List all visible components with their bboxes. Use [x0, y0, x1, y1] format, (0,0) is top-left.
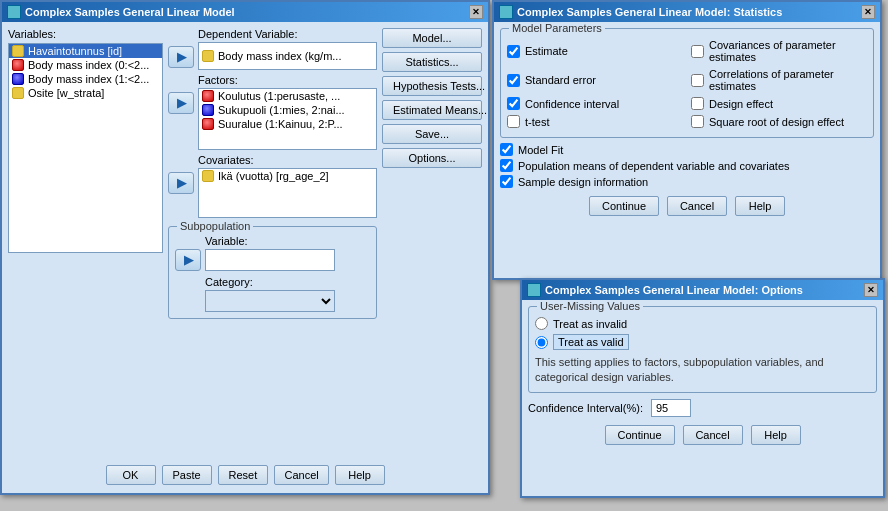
pencil-icon — [12, 45, 24, 57]
subpop-category-select[interactable] — [205, 290, 335, 312]
treat-invalid-label: Treat as invalid — [553, 318, 627, 330]
main-title-icon — [7, 5, 21, 19]
options-titlebar: Complex Samples General Linear Model: Op… — [522, 280, 883, 300]
treat-invalid-row: Treat as invalid — [535, 317, 870, 330]
user-missing-group: User-Missing Values Treat as invalid Tre… — [528, 306, 877, 393]
correlations-checkbox[interactable] — [691, 74, 704, 87]
factors-listbox: Koulutus (1:perusaste, ... Sukupuoli (1:… — [198, 88, 377, 150]
covariates-arrow-button[interactable]: ▶ — [168, 172, 194, 194]
main-titlebar: Complex Samples General Linear Model ✕ — [2, 2, 488, 22]
sqrt-design-check-row: Square root of design effect — [691, 115, 867, 128]
covariates-listbox: Ikä (vuotta) [rg_age_2] — [198, 168, 377, 218]
list-item[interactable]: Body mass index (0:<2... — [9, 58, 162, 72]
statistics-button[interactable]: Statistics... — [382, 52, 482, 72]
t-test-check-row: t-test — [507, 115, 683, 128]
missing-description: This setting applies to factors, subpopu… — [535, 355, 845, 386]
sample-design-checkbox[interactable] — [500, 175, 513, 188]
treat-valid-row: Treat as valid — [535, 334, 870, 350]
treat-invalid-radio[interactable] — [535, 317, 548, 330]
stats-close-button[interactable]: ✕ — [861, 5, 875, 19]
std-error-checkbox[interactable] — [507, 74, 520, 87]
design-effect-checkbox[interactable] — [691, 97, 704, 110]
variable-item-text: Havaintotunnus [id] — [28, 45, 122, 57]
factors-label: Factors: — [198, 74, 377, 86]
list-item[interactable]: Sukupuoli (1:mies, 2:nai... — [199, 103, 376, 117]
stats-title-icon — [499, 5, 513, 19]
options-button[interactable]: Options... — [382, 148, 482, 168]
design-effect-label: Design effect — [709, 98, 773, 110]
circle-red-icon — [202, 118, 214, 130]
subpopulation-group: Subpopulation ▶ Variable: Category: — [168, 226, 377, 319]
list-item[interactable]: Koulutus (1:perusaste, ... — [199, 89, 376, 103]
model-parameters-group: Model Parameters Estimate Covariances of… — [500, 28, 874, 138]
estimate-label: Estimate — [525, 45, 568, 57]
model-fit-label: Model Fit — [518, 144, 563, 156]
dependent-variable-label: Dependent Variable: — [198, 28, 377, 40]
subpop-variable-label: Variable: — [205, 235, 370, 247]
dep-var-arrow-button[interactable]: ▶ — [168, 46, 194, 68]
subpop-variable-input[interactable] — [205, 249, 335, 271]
model-fit-checkbox[interactable] — [500, 143, 513, 156]
pencil-icon — [12, 87, 24, 99]
treat-valid-radio[interactable] — [535, 336, 548, 349]
confidence-interval-input[interactable] — [651, 399, 691, 417]
t-test-checkbox[interactable] — [507, 115, 520, 128]
main-title-text: Complex Samples General Linear Model — [25, 6, 235, 18]
list-item[interactable]: Osite [w_strata] — [9, 86, 162, 100]
estimate-check-row: Estimate — [507, 39, 683, 63]
model-button[interactable]: Model... — [382, 28, 482, 48]
options-help-button[interactable]: Help — [751, 425, 801, 445]
population-means-checkbox[interactable] — [500, 159, 513, 172]
std-error-label: Standard error — [525, 74, 596, 86]
list-item[interactable]: Suuralue (1:Kainuu, 2:P... — [199, 117, 376, 131]
stats-cancel-button[interactable]: Cancel — [667, 196, 727, 216]
main-close-button[interactable]: ✕ — [469, 5, 483, 19]
subpop-arrow-button[interactable]: ▶ — [175, 249, 201, 271]
correlations-label: Correlations of parameter estimates — [709, 68, 867, 92]
list-item[interactable]: Ikä (vuotta) [rg_age_2] — [199, 169, 376, 183]
covariances-checkbox[interactable] — [691, 45, 704, 58]
circle-red-icon — [12, 59, 24, 71]
variable-item-text: Osite [w_strata] — [28, 87, 104, 99]
options-title-icon — [527, 283, 541, 297]
dep-var-text: Body mass index (kg/m... — [218, 50, 342, 62]
confidence-label: Confidence interval — [525, 98, 619, 110]
options-continue-button[interactable]: Continue — [605, 425, 675, 445]
confidence-check-row: Confidence interval — [507, 97, 683, 110]
treat-valid-label: Treat as valid — [553, 334, 629, 350]
stats-help-button[interactable]: Help — [735, 196, 785, 216]
covariates-label: Covariates: — [198, 154, 377, 166]
circle-blue-icon — [12, 73, 24, 85]
options-cancel-button[interactable]: Cancel — [683, 425, 743, 445]
options-close-button[interactable]: ✕ — [864, 283, 878, 297]
variable-item-text: Body mass index (1:<2... — [28, 73, 149, 85]
stats-continue-button[interactable]: Continue — [589, 196, 659, 216]
subpop-category-label: Category: — [205, 276, 370, 288]
sample-design-label: Sample design information — [518, 176, 648, 188]
hypothesis-tests-button[interactable]: Hypothesis Tests... — [382, 76, 482, 96]
list-item[interactable]: Havaintotunnus [id] — [9, 44, 162, 58]
help-button[interactable]: Help — [335, 465, 385, 485]
model-parameters-label: Model Parameters — [509, 22, 605, 34]
circle-red-icon — [202, 90, 214, 102]
reset-button[interactable]: Reset — [218, 465, 268, 485]
std-error-check-row: Standard error — [507, 68, 683, 92]
cancel-button[interactable]: Cancel — [274, 465, 329, 485]
estimated-means-button[interactable]: Estimated Means... — [382, 100, 482, 120]
estimate-checkbox[interactable] — [507, 45, 520, 58]
stats-title-text: Complex Samples General Linear Model: St… — [517, 6, 782, 18]
sqrt-design-label: Square root of design effect — [709, 116, 844, 128]
covariances-check-row: Covariances of parameter estimates — [691, 39, 867, 63]
list-item[interactable]: Body mass index (1:<2... — [9, 72, 162, 86]
options-window: Complex Samples General Linear Model: Op… — [520, 278, 885, 498]
save-button[interactable]: Save... — [382, 124, 482, 144]
variables-listbox: Havaintotunnus [id] Body mass index (0:<… — [8, 43, 163, 253]
ok-button[interactable]: OK — [106, 465, 156, 485]
sqrt-design-checkbox[interactable] — [691, 115, 704, 128]
factors-arrow-button[interactable]: ▶ — [168, 92, 194, 114]
main-glm-window: Complex Samples General Linear Model ✕ V… — [0, 0, 490, 495]
confidence-checkbox[interactable] — [507, 97, 520, 110]
options-title-text: Complex Samples General Linear Model: Op… — [545, 284, 803, 296]
dep-var-item[interactable]: Body mass index (kg/m... — [199, 49, 376, 63]
paste-button[interactable]: Paste — [162, 465, 212, 485]
